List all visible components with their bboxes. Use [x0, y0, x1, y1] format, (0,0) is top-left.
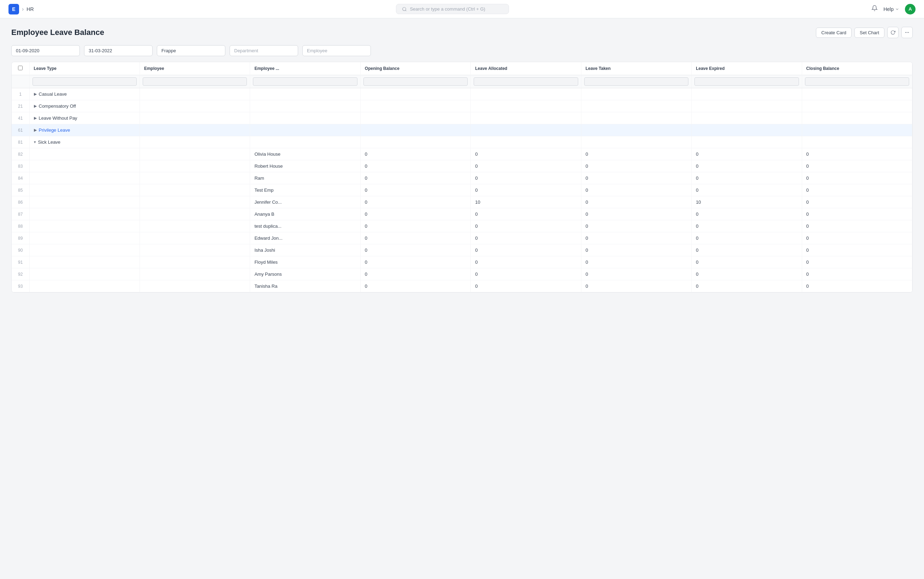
- filter-leave-taken[interactable]: [584, 77, 688, 86]
- table-row: 88test duplica...00000: [11, 220, 913, 232]
- opening-balance-cell: 0: [360, 244, 470, 256]
- leave-taken-cell: 0: [581, 148, 691, 160]
- employee-id-cell: [139, 124, 250, 136]
- table-row: 92Amy Parsons00000: [11, 268, 913, 280]
- leave-type-cell: [29, 280, 139, 292]
- create-card-button[interactable]: Create Card: [816, 28, 852, 38]
- leave-taken-cell: [581, 136, 691, 148]
- row-number: 81: [11, 136, 29, 148]
- leave-type-label: Sick Leave: [38, 139, 61, 145]
- employee-name-cell: Tanisha Ra: [250, 280, 360, 292]
- filter-leave-allocated[interactable]: [473, 77, 578, 86]
- table-row: 82Olivia House00000: [11, 148, 913, 160]
- filter-opening-balance[interactable]: [364, 77, 468, 86]
- row-number: 87: [11, 208, 29, 220]
- employee-name-cell: Olivia House: [250, 148, 360, 160]
- table-row: 91Floyd Miles00000: [11, 256, 913, 268]
- employee-id-cell: [139, 100, 250, 112]
- leave-type-cell: [29, 268, 139, 280]
- leave-allocated-cell: 0: [471, 220, 581, 232]
- expand-icon[interactable]: ▶: [34, 128, 37, 132]
- col-employee: Employee: [139, 62, 250, 75]
- col-opening-balance: Opening Balance: [360, 62, 470, 75]
- expand-icon[interactable]: ▶: [34, 92, 37, 96]
- employee-filter-input[interactable]: [302, 45, 371, 56]
- filter-employee-name[interactable]: [253, 77, 357, 86]
- leave-type-cell: [29, 148, 139, 160]
- opening-balance-cell: 0: [360, 208, 470, 220]
- set-chart-button[interactable]: Set Chart: [854, 28, 885, 38]
- closing-balance-cell: [802, 88, 912, 100]
- opening-balance-cell: [360, 88, 470, 100]
- closing-balance-cell: 0: [802, 220, 912, 232]
- breadcrumb-hr[interactable]: HR: [26, 7, 34, 12]
- help-button[interactable]: Help: [883, 7, 899, 12]
- leave-allocated-cell: 0: [471, 172, 581, 184]
- topnav-left: E › HR: [8, 4, 34, 15]
- row-number: 93: [11, 280, 29, 292]
- expand-icon[interactable]: ▶: [34, 116, 37, 120]
- leave-type-cell[interactable]: ▶Privilege Leave: [29, 124, 139, 136]
- leave-allocated-cell: [471, 100, 581, 112]
- filter-leave-expired[interactable]: [695, 77, 799, 86]
- row-number: 85: [11, 184, 29, 196]
- leave-type-label: Compensatory Off: [39, 103, 76, 109]
- leave-type-cell[interactable]: ▾Sick Leave: [29, 136, 139, 148]
- expand-icon[interactable]: ▶: [34, 104, 37, 108]
- leave-allocated-cell: 0: [471, 160, 581, 172]
- closing-balance-cell: 0: [802, 172, 912, 184]
- more-options-button[interactable]: [901, 27, 913, 38]
- search-bar[interactable]: Search or type a command (Ctrl + G): [396, 4, 509, 14]
- closing-balance-cell: 0: [802, 268, 912, 280]
- filter-employee[interactable]: [143, 77, 247, 86]
- leave-type-cell[interactable]: ▶Compensatory Off: [29, 100, 139, 112]
- row-number: 41: [11, 112, 29, 124]
- filter-closing-balance[interactable]: [805, 77, 909, 86]
- employee-id-cell: [139, 208, 250, 220]
- company-input[interactable]: [157, 45, 225, 56]
- leave-expired-cell: 0: [691, 172, 802, 184]
- table-row: 89Edward Jon...00000: [11, 232, 913, 244]
- leave-type-cell[interactable]: ▶Leave Without Pay: [29, 112, 139, 124]
- opening-balance-cell: 0: [360, 220, 470, 232]
- table-row: 83Robert House00000: [11, 160, 913, 172]
- table-row: 86Jennifer Co...0100100: [11, 196, 913, 208]
- filter-leave-type[interactable]: [33, 77, 137, 86]
- header-actions: Create Card Set Chart: [816, 27, 913, 38]
- notification-icon[interactable]: [872, 5, 878, 13]
- leave-expired-cell: 0: [691, 280, 802, 292]
- department-input[interactable]: [229, 45, 298, 56]
- col-checkbox: [11, 62, 29, 75]
- leave-taken-cell: 0: [581, 196, 691, 208]
- row-number: 89: [11, 232, 29, 244]
- app-icon[interactable]: E: [8, 4, 19, 15]
- employee-id-cell: [139, 244, 250, 256]
- table-scroll[interactable]: Leave Type Employee Employee ... Opening…: [11, 62, 913, 292]
- table-row: 84Ram00000: [11, 172, 913, 184]
- col-employee-name: Employee ...: [250, 62, 360, 75]
- leave-expired-cell: [691, 136, 802, 148]
- avatar[interactable]: A: [905, 4, 916, 15]
- page-content: Employee Leave Balance Create Card Set C…: [0, 18, 924, 301]
- employee-id-cell: [139, 136, 250, 148]
- row-number: 82: [11, 148, 29, 160]
- date-from-input[interactable]: [11, 45, 80, 56]
- table-row: 61▶Privilege Leave: [11, 124, 913, 136]
- employee-name-cell: Amy Parsons: [250, 268, 360, 280]
- table-row: 87Ananya B00000: [11, 208, 913, 220]
- date-to-input[interactable]: [84, 45, 152, 56]
- leave-type-cell[interactable]: ▶Casual Leave: [29, 88, 139, 100]
- employee-id-cell: [139, 232, 250, 244]
- leave-allocated-cell: [471, 112, 581, 124]
- closing-balance-cell: [802, 100, 912, 112]
- row-number: 90: [11, 244, 29, 256]
- select-all-checkbox[interactable]: [18, 65, 23, 70]
- leave-taken-cell: 0: [581, 232, 691, 244]
- collapse-icon[interactable]: ▾: [34, 140, 36, 144]
- leave-expired-cell: 0: [691, 220, 802, 232]
- refresh-button[interactable]: [887, 27, 899, 38]
- employee-name-cell: test duplica...: [250, 220, 360, 232]
- opening-balance-cell: 0: [360, 232, 470, 244]
- svg-point-3: [907, 32, 908, 33]
- leave-type-label: Privilege Leave: [39, 128, 70, 133]
